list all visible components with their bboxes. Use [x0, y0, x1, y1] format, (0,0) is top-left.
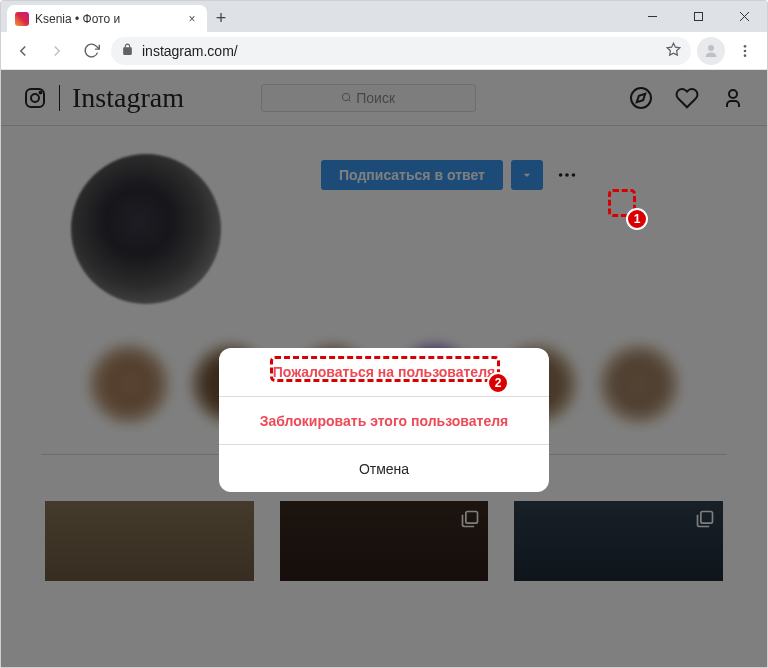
close-tab-icon[interactable]: × — [185, 12, 199, 26]
address-bar[interactable]: instagram.com/ — [111, 37, 691, 65]
tab-title: Ksenia • Фото и — [35, 12, 179, 26]
block-user-option[interactable]: Заблокировать этого пользователя — [219, 396, 549, 444]
window-controls — [629, 1, 767, 32]
browser-toolbar: instagram.com/ — [1, 32, 767, 70]
url-text: instagram.com/ — [142, 43, 238, 59]
svg-point-6 — [744, 45, 747, 48]
modal-overlay[interactable]: Пожаловаться на пользователя Заблокирова… — [1, 70, 767, 667]
minimize-button[interactable] — [629, 1, 675, 32]
page-content: Instagram Поиск Подписаться в ответ — [1, 70, 767, 667]
browser-window: Ksenia • Фото и × + instagram.com/ — [0, 0, 768, 668]
cancel-option[interactable]: Отмена — [219, 444, 549, 492]
svg-marker-4 — [667, 43, 680, 55]
reload-button[interactable] — [77, 37, 105, 65]
menu-button[interactable] — [731, 37, 759, 65]
report-user-option[interactable]: Пожаловаться на пользователя — [219, 348, 549, 396]
back-button[interactable] — [9, 37, 37, 65]
titlebar: Ksenia • Фото и × + — [1, 1, 767, 32]
lock-icon — [121, 43, 134, 59]
options-modal: Пожаловаться на пользователя Заблокирова… — [219, 348, 549, 492]
profile-avatar-button[interactable] — [697, 37, 725, 65]
svg-point-7 — [744, 49, 747, 52]
forward-button[interactable] — [43, 37, 71, 65]
svg-point-8 — [744, 54, 747, 57]
svg-point-5 — [708, 45, 714, 51]
svg-rect-1 — [694, 13, 702, 21]
window-close-button[interactable] — [721, 1, 767, 32]
bookmark-icon[interactable] — [666, 42, 681, 60]
browser-tab[interactable]: Ksenia • Фото и × — [7, 5, 207, 32]
maximize-button[interactable] — [675, 1, 721, 32]
new-tab-button[interactable]: + — [207, 5, 235, 32]
instagram-favicon — [15, 12, 29, 26]
